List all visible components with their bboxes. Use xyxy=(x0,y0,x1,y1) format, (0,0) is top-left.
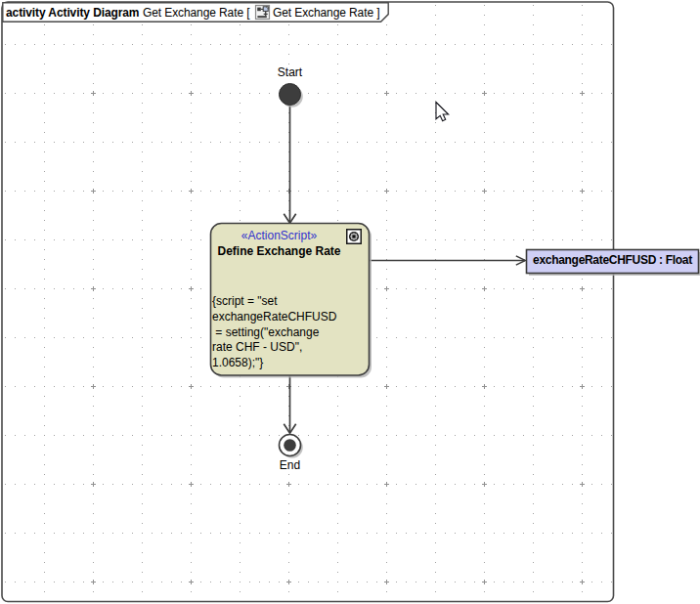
activity-diagram-canvas: activity Activity Diagram Get Exchange R… xyxy=(0,0,700,604)
action-script-body: {script = "setexchangeRateCHFUSD = setti… xyxy=(212,294,368,371)
object-node-label: exchangeRateCHFUSD : Float xyxy=(526,253,699,267)
diagram-header[interactable]: activity Activity Diagram Get Exchange R… xyxy=(6,5,379,20)
end-node[interactable] xyxy=(280,435,303,458)
header-context-close: Get Exchange Rate ] xyxy=(273,6,380,20)
action-name: Define Exchange Rate xyxy=(210,244,348,258)
header-context-open: Get Exchange Rate [ xyxy=(143,6,250,20)
header-kind-label: activity Activity Diagram xyxy=(6,6,139,20)
start-node[interactable] xyxy=(280,84,303,108)
activity-diagram-icon xyxy=(254,4,270,20)
script-gear-icon xyxy=(347,230,362,244)
mouse-cursor-icon xyxy=(436,103,449,121)
edge-action-to-object[interactable] xyxy=(370,256,526,265)
end-node-label: End xyxy=(241,458,339,472)
edge-action-to-end[interactable] xyxy=(284,375,295,433)
edge-start-to-action[interactable] xyxy=(284,104,295,223)
action-stereotype: «ActionScript» xyxy=(210,229,348,242)
start-node-label: Start xyxy=(241,65,339,79)
